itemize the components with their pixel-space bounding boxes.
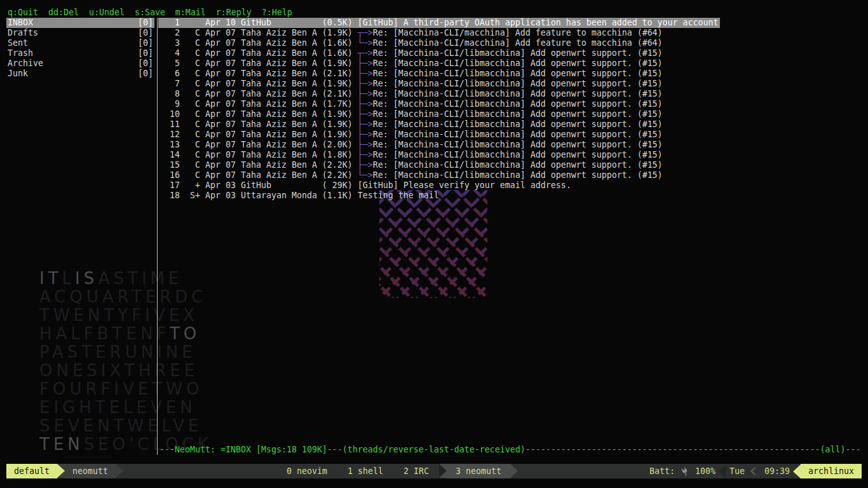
terminal-screen: ITLISASTIMEACQUARTERDCTWENTYFIVEXHALFBTE… xyxy=(0,0,868,488)
mail-row-3[interactable]: 3 C Apr 07 Taha Aziz Ben A (1.6K) └─>Re:… xyxy=(158,38,720,48)
wordclock-row: PASTERUNINE xyxy=(39,347,196,357)
status-line: ---NeoMutt: =INBOX [Msgs:18 109K]---(thr… xyxy=(159,445,860,455)
mail-row-meta: 4 C Apr 07 Taha Aziz Ben A (1.6K) xyxy=(159,48,358,58)
mail-row-meta: 14 C Apr 07 Taha Aziz Ben A (1.8K) xyxy=(159,150,358,159)
battery-percent: 100% xyxy=(692,464,719,478)
tmux-window-shell[interactable]: 1 shell xyxy=(337,464,393,478)
thread-tree-icon: ├─> xyxy=(358,99,373,109)
mail-row-2[interactable]: 2 C Apr 07 Taha Aziz Ben A (1.9K) ┬─>Re:… xyxy=(158,28,720,38)
mail-row-meta: 1 Apr 10 GitHub (0.5K) xyxy=(159,18,358,27)
mail-row-10[interactable]: 10 C Apr 07 Taha Aziz Ben A (1.9K) ├─>Re… xyxy=(158,109,720,119)
mail-subject: Re: [Macchina-CLI/libmacchina] Add openw… xyxy=(373,48,663,58)
mail-row-4[interactable]: 4 C Apr 07 Taha Aziz Ben A (1.6K) ┬─>Re:… xyxy=(158,48,720,58)
mail-row-meta: 3 C Apr 07 Taha Aziz Ben A (1.6K) xyxy=(159,38,358,48)
mailbox-name: Junk xyxy=(8,69,28,78)
powerline-arrow-icon xyxy=(439,464,447,478)
thread-tree-icon: ├─> xyxy=(358,119,373,129)
powerline-arrow-icon xyxy=(116,464,123,478)
wordclock-dim-letters: SEVENTWELVE xyxy=(39,416,202,435)
sidebar-item-drafts[interactable]: Drafts[0] xyxy=(6,28,154,38)
thread-tree-icon: ├─> xyxy=(358,150,373,159)
tmux-window-neomutt[interactable]: 3 neomutt xyxy=(439,464,518,478)
tmux-window-list: 0 neovim1 shell2 IRC3 neomutt xyxy=(276,464,518,478)
mail-row-meta: 10 C Apr 07 Taha Aziz Ben A (1.9K) xyxy=(159,109,358,119)
wordclock-row: TWENTYFIVEX xyxy=(39,310,198,320)
mail-row-line: 13 C Apr 07 Taha Aziz Ben A (2.0K) ├─>Re… xyxy=(158,140,664,150)
sidebar-item-inbox[interactable]: INBOX[0] xyxy=(6,18,154,28)
mail-row-line: 14 C Apr 07 Taha Aziz Ben A (1.8K) ├─>Re… xyxy=(158,150,664,160)
mail-row-7[interactable]: 7 C Apr 07 Taha Aziz Ben A (1.9K) ├─>Re:… xyxy=(158,79,720,89)
tmux-session-name[interactable]: default xyxy=(6,464,57,478)
sidebar-item-archive[interactable]: Archive[0] xyxy=(6,58,154,69)
tmux-window-IRC[interactable]: 2 IRC xyxy=(393,464,439,478)
mail-row-line: 16 C Apr 07 Taha Aziz Ben A (2.2K) └─>Re… xyxy=(158,170,664,180)
mail-subject: Re: [Macchina-CLI/macchina] Add feature … xyxy=(373,38,663,48)
mail-subject: Re: [Macchina-CLI/libmacchina] Add openw… xyxy=(373,99,663,109)
mail-subject: Re: [Macchina-CLI/libmacchina] Add openw… xyxy=(373,58,663,68)
mail-row-meta: 18 S+ Apr 03 Uttarayan Monda (1.1K) xyxy=(159,191,358,200)
mail-row-12[interactable]: 12 C Apr 07 Taha Aziz Ben A (1.9K) ├─>Re… xyxy=(158,130,720,140)
mail-row-11[interactable]: 11 C Apr 07 Taha Aziz Ben A (1.9K) ├─>Re… xyxy=(158,119,720,130)
mail-row-6[interactable]: 6 C Apr 07 Taha Aziz Ben A (2.1K) ├─>Re:… xyxy=(158,69,720,79)
mailbox-name: Drafts xyxy=(8,28,38,37)
sidebar-item-sent[interactable]: Sent[0] xyxy=(6,38,154,48)
mailbox-count: [0] xyxy=(138,18,153,28)
mail-row-line: 18 S+ Apr 03 Uttarayan Monda (1.1K) Test… xyxy=(158,191,440,201)
mail-row-meta: 13 C Apr 07 Taha Aziz Ben A (2.0K) xyxy=(159,140,358,149)
thread-tree-icon: ┬─> xyxy=(358,48,373,58)
sidebar: INBOX[0]Drafts[0]Sent[0]Trash[0]Archive[… xyxy=(6,18,154,79)
mailbox-name: Trash xyxy=(8,48,33,58)
tmux-window-neovim[interactable]: 0 neovim xyxy=(276,464,337,478)
thread-tree-icon: ├─> xyxy=(358,79,373,88)
thread-tree-icon: ├─> xyxy=(358,160,373,170)
wordclock-dim-letters: FOURFIVETWO xyxy=(39,379,203,398)
tmux-pane-title: neomutt xyxy=(65,464,116,478)
thread-tree-icon: ├─> xyxy=(358,109,373,119)
mailbox-name: INBOX xyxy=(8,18,33,27)
wordclock-dim-letters: TWENTYFIVEX xyxy=(39,306,198,325)
mail-subject: Re: [Macchina-CLI/libmacchina] Add openw… xyxy=(373,119,663,129)
powerline-arrow-icon xyxy=(57,464,65,478)
sidebar-item-trash[interactable]: Trash[0] xyxy=(6,48,154,58)
mail-row-line: 3 C Apr 07 Taha Aziz Ben A (1.6K) └─>Re:… xyxy=(158,38,664,48)
wordclock-dim-letters: ACQUARTERDC xyxy=(39,287,207,306)
chevron-left-icon xyxy=(750,467,759,475)
mailbox-count: [0] xyxy=(138,69,153,79)
mail-row-9[interactable]: 9 C Apr 07 Taha Aziz Ben A (1.7K) ├─>Re:… xyxy=(158,99,720,109)
mail-row-15[interactable]: 15 C Apr 07 Taha Aziz Ben A (2.2K) ├─>Re… xyxy=(158,160,720,170)
mail-row-meta: 8 C Apr 07 Taha Aziz Ben A (2.1K) xyxy=(159,89,358,98)
mail-subject: Re: [Macchina-CLI/libmacchina] Add openw… xyxy=(373,150,663,159)
mail-row-meta: 9 C Apr 07 Taha Aziz Ben A (1.7K) xyxy=(159,99,358,109)
mail-row-8[interactable]: 8 C Apr 07 Taha Aziz Ben A (2.1K) ├─>Re:… xyxy=(158,89,720,99)
powerline-arrow-icon xyxy=(793,464,801,478)
mail-subject: Re: [Macchina-CLI/libmacchina] Add openw… xyxy=(373,170,663,180)
wordclock-dim-letters: ASTIME xyxy=(98,269,183,288)
mail-row-5[interactable]: 5 C Apr 07 Taha Aziz Ben A (1.9K) ├─>Re:… xyxy=(158,58,720,69)
mailbox-name: Sent xyxy=(8,38,28,48)
mail-row-meta: 17 + Apr 03 GitHub ( 29K) xyxy=(159,180,358,190)
mail-row-1[interactable]: 1 Apr 10 GitHub (0.5K) [GitHub] A third-… xyxy=(158,18,720,28)
wordclock-row: ONESIXTHREE xyxy=(39,365,198,376)
wordclock-dim-letters: EIGHTELEVEN xyxy=(39,398,196,417)
mailbox-name: Archive xyxy=(8,58,43,68)
mail-row-line: 6 C Apr 07 Taha Aziz Ben A (2.1K) ├─>Re:… xyxy=(158,69,664,79)
mail-row-14[interactable]: 14 C Apr 07 Taha Aziz Ben A (1.8K) ├─>Re… xyxy=(158,150,720,160)
thread-tree-icon: ├─> xyxy=(358,130,373,139)
sidebar-item-junk[interactable]: Junk[0] xyxy=(6,69,154,79)
mail-row-18[interactable]: 18 S+ Apr 03 Uttarayan Monda (1.1K) Test… xyxy=(158,191,720,201)
mail-subject: [GitHub] Please verify your email addres… xyxy=(358,180,571,190)
mail-row-13[interactable]: 13 C Apr 07 Taha Aziz Ben A (2.0K) ├─>Re… xyxy=(158,140,720,150)
wordclock-row: ITLISASTIME xyxy=(39,273,182,283)
mail-row-line: 8 C Apr 07 Taha Aziz Ben A (2.1K) ├─>Re:… xyxy=(158,89,664,99)
mail-row-meta: 6 C Apr 07 Taha Aziz Ben A (2.1K) xyxy=(159,69,358,78)
thread-tree-icon: └─> xyxy=(358,170,373,180)
mail-row-17[interactable]: 17 + Apr 03 GitHub ( 29K) [GitHub] Pleas… xyxy=(158,180,720,191)
mail-row-meta: 12 C Apr 07 Taha Aziz Ben A (1.9K) xyxy=(159,130,358,139)
mailbox-count: [0] xyxy=(138,38,153,48)
mail-row-16[interactable]: 16 C Apr 07 Taha Aziz Ben A (2.2K) └─>Re… xyxy=(158,170,720,180)
mail-row-line: 15 C Apr 07 Taha Aziz Ben A (2.2K) ├─>Re… xyxy=(158,160,664,170)
mail-row-line: 17 + Apr 03 GitHub ( 29K) [GitHub] Pleas… xyxy=(158,180,573,191)
wordclock-lit-word: IT xyxy=(39,269,62,288)
clock-time: 09:39 xyxy=(761,464,793,478)
wordclock-dim-letters: PASTERUNINE xyxy=(39,342,196,362)
